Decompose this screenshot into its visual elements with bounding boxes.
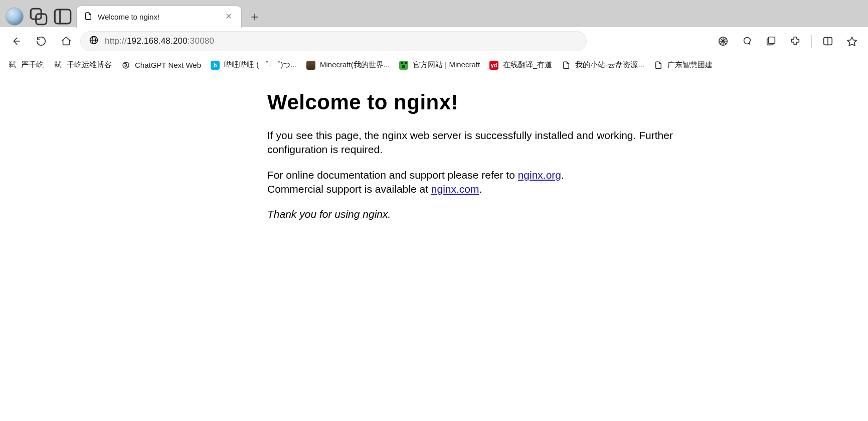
extension-2-icon[interactable] [736,30,758,52]
text-fragment: . [561,169,564,181]
bookmark-label: 在线翻译_有道 [503,60,552,70]
home-button[interactable] [55,30,77,52]
bookmark-label: 严千屹 [21,60,44,70]
bookmark-item[interactable]: 弒 严千屹 [7,60,44,70]
tab-strip: Welcome to nginx! [0,0,868,27]
bookmark-item[interactable]: 官方网站 | Minecraft [399,60,480,70]
bookmark-glyph-icon: 弒 [53,60,63,70]
extensions-icon[interactable] [784,30,806,52]
links-paragraph: For online documentation and support ple… [267,168,678,197]
address-text: http://192.168.48.200:30080 [105,36,214,46]
toolbar-right [712,30,863,52]
creeper-icon [399,60,409,70]
workspaces-icon[interactable] [28,6,49,27]
minecraft-block-icon [306,60,316,70]
bookmark-item[interactable]: 广东智慧团建 [653,60,713,70]
page-heading: Welcome to nginx! [267,90,678,114]
separator [811,35,812,48]
page-viewport: Welcome to nginx! If you see this page, … [0,75,868,421]
url-port: :30080 [188,36,214,46]
tab-close-button[interactable] [223,11,234,24]
bookmark-label: 我的小站-云盘资源... [575,60,644,70]
svg-point-17 [123,62,129,68]
bookmark-glyph-icon: 弒 [7,60,17,70]
url-scheme: http:// [105,36,127,46]
site-info-icon[interactable] [89,35,99,47]
url-host: 192.168.48.200 [127,36,188,46]
split-screen-icon[interactable] [817,30,839,52]
profile-avatar[interactable] [4,6,25,27]
nginx-welcome-page: Welcome to nginx! If you see this page, … [267,90,678,222]
svg-rect-13 [769,37,775,43]
text-fragment: . [479,183,482,195]
bookmark-item[interactable]: 弒 千屹运维博客 [53,60,112,70]
bookmark-item[interactable]: 我的小站-云盘资源... [561,60,644,70]
collections-icon[interactable] [760,30,782,52]
youdao-icon: yd [489,60,499,70]
bookmark-label: 千屹运维博客 [67,60,112,70]
nginx-org-link[interactable]: nginx.org [518,169,561,181]
back-button[interactable] [5,30,27,52]
svg-marker-16 [847,37,856,45]
bookmarks-bar: 弒 严千屹 弒 千屹运维博客 ChatGPT Next Web b 哔哩哔哩 (… [0,55,868,75]
bookmark-label: 哔哩哔哩 ( ゜- ゜)つ... [224,60,297,70]
toolbar: http://192.168.48.200:30080 [0,27,868,55]
thanks-text: Thank you for using nginx. [267,208,391,220]
page-favicon-icon [84,12,93,23]
bookmark-label: 广东智慧团建 [667,60,713,70]
bookmark-item[interactable]: Minecraft(我的世界... [306,60,390,70]
intro-paragraph: If you see this page, the nginx web serv… [267,128,678,157]
active-tab[interactable]: Welcome to nginx! [76,6,242,28]
bookmark-item[interactable]: b 哔哩哔哩 ( ゜- ゜)つ... [210,60,297,70]
bookmark-item[interactable]: yd 在线翻译_有道 [489,60,552,70]
page-icon [561,60,571,70]
bookmark-label: 官方网站 | Minecraft [413,60,480,70]
nginx-com-link[interactable]: nginx.com [431,183,479,195]
new-tab-button[interactable] [245,7,265,27]
address-bar[interactable]: http://192.168.48.200:30080 [80,31,587,51]
chatgpt-icon [121,60,131,70]
thanks-paragraph: Thank you for using nginx. [267,207,678,221]
favorites-icon[interactable] [841,30,863,52]
tab-title: Welcome to nginx! [98,13,218,21]
text-fragment: For online documentation and support ple… [267,169,518,181]
bookmark-label: Minecraft(我的世界... [320,60,390,70]
page-icon [653,60,663,70]
bookmark-item[interactable]: ChatGPT Next Web [121,60,201,70]
svg-rect-2 [55,10,71,24]
bilibili-icon: b [210,60,220,70]
text-fragment: Commercial support is available at [267,183,431,195]
bookmark-label: ChatGPT Next Web [135,61,201,69]
reload-button[interactable] [30,30,52,52]
extension-1-icon[interactable] [712,30,734,52]
browser-chrome: Welcome to nginx! http://192.168.48.200:… [0,0,868,75]
sidebar-toggle-icon[interactable] [52,6,73,27]
